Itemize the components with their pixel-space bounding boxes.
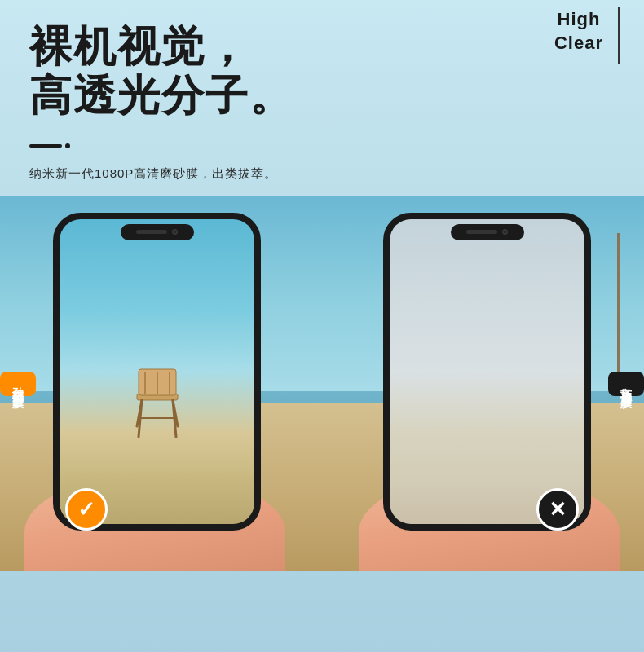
top-section: High Clear 裸机视觉， 高透光分子。 纳米新一代1080P高清磨砂膜，… — [0, 0, 644, 182]
x-icon: ✕ — [549, 499, 567, 520]
title-line1: 裸机视觉， — [29, 23, 615, 72]
phone-screen-left — [60, 219, 254, 524]
phone-frame-right — [383, 213, 591, 531]
dash-long — [29, 144, 62, 148]
phone-left — [53, 213, 261, 531]
high-label: High — [554, 8, 603, 32]
phone-notch-left — [121, 224, 194, 240]
badge-left: 劲林进口磨砂膜 — [0, 372, 36, 396]
main-title: 裸机视觉， 高透光分子。 — [29, 23, 615, 121]
phones-area: 劲林进口磨砂膜 市场普通磨砂膜 — [0, 196, 644, 571]
check-circle: ✓ — [65, 488, 108, 531]
notch-speaker-right — [466, 230, 497, 234]
phone-screen-right — [390, 219, 584, 524]
phone-frame-left — [53, 213, 261, 531]
notch-camera-right — [502, 229, 508, 235]
dot-marker — [65, 143, 70, 148]
section-marker — [29, 143, 615, 148]
notch-camera-left — [172, 229, 178, 235]
check-icon: ✓ — [77, 499, 95, 520]
clear-label: Clear — [554, 32, 603, 55]
badge-left-text: 劲林进口磨砂膜 — [11, 378, 25, 390]
badge-right: 市场普通磨砂膜 — [608, 372, 644, 396]
title-line2: 高透光分子。 — [29, 72, 615, 121]
subtitle-text: 纳米新一代1080P高清磨砂膜，出类拔萃。 — [29, 166, 615, 182]
x-circle: ✕ — [536, 488, 579, 531]
badge-right-text: 市场普通磨砂膜 — [620, 378, 633, 390]
phone-right — [383, 213, 591, 531]
page-wrapper: High Clear 裸机视觉， 高透光分子。 纳米新一代1080P高清磨砂膜，… — [0, 0, 644, 652]
high-clear-badge: High Clear — [554, 8, 603, 55]
phone-notch-right — [451, 224, 524, 240]
notch-speaker-left — [136, 230, 167, 234]
chair-image — [129, 365, 186, 438]
vertical-divider — [618, 7, 620, 64]
